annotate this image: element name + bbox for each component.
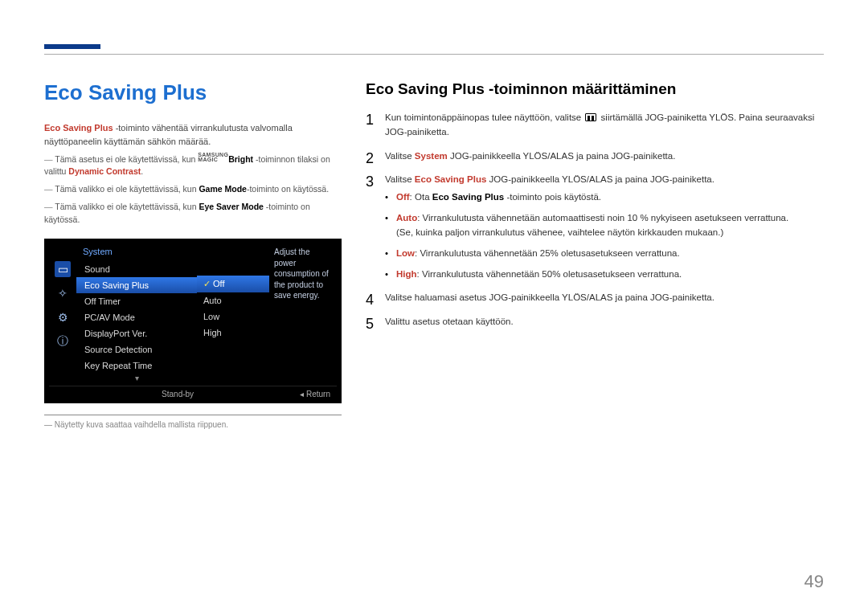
page-number: 49 [805,571,824,592]
subsection-title: Eco Saving Plus -toiminnon määrittäminen [366,80,824,98]
bullet-off: Off: Ota Eco Saving Plus -toiminto pois … [385,190,824,205]
intro-red: Eco Saving Plus [44,123,113,133]
step-1: Kun toimintonäppäinopas tulee näyttöön, … [366,111,824,140]
option-bullets: Off: Ota Eco Saving Plus -toiminto pois … [385,190,824,281]
bullet-high: High: Virrankulutusta vähennetään 50% ol… [385,268,824,282]
monitor-icon: ▭ [55,261,71,277]
top-rule [44,54,824,55]
menu-icon [585,113,596,121]
right-column: Eco Saving Plus -toiminnon määrittäminen… [366,80,824,429]
osd-footer-return: Return [300,390,330,398]
scroll-down-arrow-icon: ▾ [76,374,197,382]
osd-main-list: System Sound Eco Saving Plus Off Timer P… [76,243,197,382]
info-icon: ⓘ [55,333,71,349]
bullet-auto: Auto: Virrankulutusta vähennetään automa… [385,211,824,240]
step-2: Valitse System JOG-painikkeella YLÖS/ALA… [366,149,824,164]
osd-item: Off Timer [76,293,197,309]
osd-description: Adjust the power consumption of the prod… [269,243,337,382]
osd-footer: Stand-by Return [49,386,337,400]
samsung-magic-bright-logo: SAMSUNGMAGIC [198,153,228,161]
step-4: Valitse haluamasi asetus JOG-painikkeell… [366,291,824,305]
intro-text: Eco Saving Plus -toiminto vähentää virra… [44,121,342,148]
step-list: Kun toimintonäppäinopas tulee näyttöön, … [366,111,824,329]
osd-menu: ▭ ✧ ⚙ ⓘ System Sound Eco Saving Plus Off… [44,239,342,403]
osd-item: DisplayPort Ver. [76,325,197,341]
osd-item: Sound [76,261,197,277]
note-3: Tämä valikko ei ole käytettävissä, kun E… [44,201,342,227]
manual-page: Eco Saving Plus Eco Saving Plus -toimint… [0,0,868,429]
note-1: Tämä asetus ei ole käytettävissä, kun SA… [44,153,342,178]
step-3: Valitse Eco Saving Plus JOG-painikkeella… [366,173,824,281]
osd-icon-rail: ▭ ✧ ⚙ ⓘ [49,243,76,382]
accent-bar [44,44,100,49]
step-5: Valittu asetus otetaan käyttöön. [366,315,824,329]
osd-item: Source Detection [76,341,197,358]
osd-item-selected: Eco Saving Plus [76,277,197,293]
osd-sub-selected: Off [197,276,269,292]
note-2: Tämä valikko ei ole käytettävissä, kun G… [44,183,342,196]
target-icon: ✧ [55,285,71,301]
osd-item: PC/AV Mode [76,309,197,325]
footnote-rule [44,415,342,415]
left-column: Eco Saving Plus Eco Saving Plus -toimint… [44,80,342,429]
osd-sub-list: Off Auto Low High [197,243,269,382]
footnote: Näytetty kuva saattaa vaihdella mallista… [44,420,342,429]
osd-sub-item: Low [197,309,269,325]
osd-sub-item: Auto [197,292,269,309]
bullet-low: Low: Virrankulutusta vähennetään 25% ole… [385,247,824,261]
osd-item: Key Repeat Time [76,358,197,374]
section-title: Eco Saving Plus [44,80,342,105]
osd-header: System [76,243,197,261]
gear-icon: ⚙ [55,309,71,325]
osd-footer-left: Stand-by [162,390,194,398]
osd-sub-item: High [197,325,269,341]
